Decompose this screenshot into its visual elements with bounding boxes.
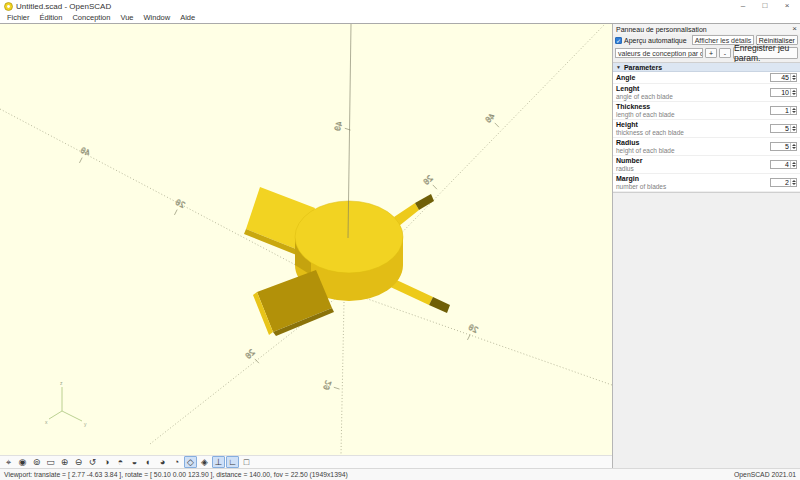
zoom-frame-icon[interactable]: ▭ — [44, 456, 57, 468]
spinner-arrows[interactable] — [790, 125, 796, 132]
param-value: 4 — [771, 161, 790, 169]
param-spinbox-radius[interactable]: 5 — [770, 142, 797, 151]
menu-item-edition[interactable]: Édition — [35, 13, 68, 23]
spin-up-icon[interactable] — [792, 126, 796, 128]
view-all-icon[interactable]: ◉ — [16, 456, 29, 468]
preset-dropdown[interactable]: valeurs de conception par défaut ▾ — [615, 48, 703, 58]
param-name: Number — [616, 157, 767, 165]
param-spinbox-margin[interactable]: 2 — [770, 178, 797, 187]
spin-down-icon[interactable] — [792, 147, 796, 149]
view-back-icon[interactable]: ◔ — [170, 456, 183, 468]
param-texts: Angle — [616, 74, 767, 82]
param-description: height of each blade — [616, 147, 767, 154]
maximize-button[interactable]: □ — [754, 0, 776, 13]
param-description: angle of each blade — [616, 93, 767, 100]
view-rotate-icon[interactable]: ⌖ — [2, 456, 15, 468]
show-edges-icon[interactable]: □ — [240, 456, 253, 468]
zoom-in-icon[interactable]: ⊕ — [58, 456, 71, 468]
param-row-angle: Angle45 — [613, 72, 800, 84]
spinner-arrows[interactable] — [790, 143, 796, 150]
menu-item-fichier[interactable]: Fichier — [2, 13, 35, 23]
spin-down-icon[interactable] — [792, 78, 796, 80]
param-value: 5 — [771, 143, 790, 151]
spinner-arrows[interactable] — [790, 107, 796, 114]
param-description: radius — [616, 165, 767, 172]
param-value: 45 — [771, 74, 790, 82]
spin-up-icon[interactable] — [792, 144, 796, 146]
viewport-3d[interactable]: 4020202040204020 — [0, 24, 612, 455]
view-left-icon[interactable]: ◐ — [142, 456, 155, 468]
param-row-lenght: Lenghtangle of each blade10 — [613, 84, 800, 102]
view-right-icon[interactable]: ◑ — [100, 456, 113, 468]
spinner-arrows[interactable] — [790, 89, 796, 96]
auto-preview-label: Aperçu automatique — [624, 37, 687, 44]
save-preset-button[interactable]: Enregistrer jeu param. — [733, 47, 798, 59]
spin-down-icon[interactable] — [792, 93, 796, 95]
zoom-out-icon[interactable]: ⊖ — [72, 456, 85, 468]
param-spinbox-number[interactable]: 4 — [770, 160, 797, 169]
svg-text:20: 20 — [322, 379, 334, 391]
add-preset-button[interactable]: + — [705, 48, 717, 58]
spin-up-icon[interactable] — [792, 162, 796, 164]
spin-up-icon[interactable] — [792, 108, 796, 110]
param-name: Angle — [616, 74, 767, 82]
spinner-arrows[interactable] — [790, 74, 796, 81]
menu-item-conception[interactable]: Conception — [67, 13, 115, 23]
spin-up-icon[interactable] — [792, 180, 796, 182]
customizer-title: Panneau de personnalisation — [616, 26, 707, 33]
orthogonal-icon[interactable]: ◈ — [198, 456, 211, 468]
param-name: Thickness — [616, 103, 767, 111]
svg-text:20: 20 — [467, 322, 480, 334]
param-texts: Radiusheight of each blade — [616, 139, 767, 154]
minimize-button[interactable]: – — [732, 0, 754, 13]
param-spinbox-lenght[interactable]: 10 — [770, 88, 797, 97]
perspective-icon[interactable]: ◇ — [184, 456, 197, 468]
param-row-number: Numberradius4 — [613, 156, 800, 174]
parameters-group-label: Parameters — [624, 64, 662, 71]
viewport-status-text: Viewport: translate = [ 2.77 -4.63 3.84 … — [4, 471, 348, 478]
spin-down-icon[interactable] — [792, 165, 796, 167]
zoom-all-icon[interactable]: ⊚ — [30, 456, 43, 468]
show-scale-markers-icon[interactable]: ∟ — [226, 456, 239, 468]
reset-view-icon[interactable]: ↺ — [86, 456, 99, 468]
scale-marker-y-40: 40 — [484, 112, 503, 131]
parameters-group-header[interactable]: ▼ Parameters — [613, 63, 800, 72]
collapse-caret-icon: ▼ — [616, 64, 621, 70]
svg-text:20: 20 — [174, 197, 187, 209]
openscad-window: Untitled.scad - OpenSCAD – □ × FichierÉd… — [0, 0, 800, 480]
show-axes-icon[interactable]: ⊥ — [212, 456, 225, 468]
window-title: Untitled.scad - OpenSCAD — [16, 0, 111, 13]
spinner-arrows[interactable] — [790, 161, 796, 168]
auto-preview-checkbox[interactable]: ✓ — [615, 37, 622, 44]
svg-text:40: 40 — [333, 120, 345, 132]
panel-close-icon[interactable]: × — [792, 24, 797, 34]
param-texts: Marginnumber of blades — [616, 175, 767, 190]
spinner-arrows[interactable] — [790, 179, 796, 186]
remove-preset-button[interactable]: - — [719, 48, 731, 58]
parameters-group: ▼ Parameters Angle45Lenghtangle of each … — [613, 62, 800, 193]
param-spinbox-thickness[interactable]: 1 — [770, 106, 797, 115]
spin-up-icon[interactable] — [792, 90, 796, 92]
menu-item-vue[interactable]: Vue — [115, 13, 138, 23]
view-bottom-icon[interactable]: ◒ — [128, 456, 141, 468]
axis-label-y: y — [84, 421, 87, 427]
view-top-icon[interactable]: ◓ — [114, 456, 127, 468]
spin-up-icon[interactable] — [792, 75, 796, 77]
spin-down-icon[interactable] — [792, 111, 796, 113]
z-axis-line-lower — [341, 302, 344, 454]
scale-marker-y-20: 20 — [244, 348, 263, 367]
version-text: OpenSCAD 2021.01 — [734, 471, 796, 478]
customizer-empty-area — [613, 193, 800, 468]
param-spinbox-angle[interactable]: 45 — [770, 73, 797, 82]
param-description: length of each blade — [616, 111, 767, 118]
view-front-icon[interactable]: ◕ — [156, 456, 169, 468]
close-button[interactable]: × — [776, 0, 798, 13]
param-spinbox-height[interactable]: 5 — [770, 124, 797, 133]
spin-down-icon[interactable] — [792, 183, 796, 185]
menu-item-window[interactable]: Window — [138, 13, 175, 23]
hub-cylinder-top — [295, 201, 403, 273]
spin-down-icon[interactable] — [792, 129, 796, 131]
menu-item-aide[interactable]: Aide — [175, 13, 200, 23]
axis-label-z: z — [60, 380, 63, 386]
svg-text:40: 40 — [79, 145, 92, 157]
